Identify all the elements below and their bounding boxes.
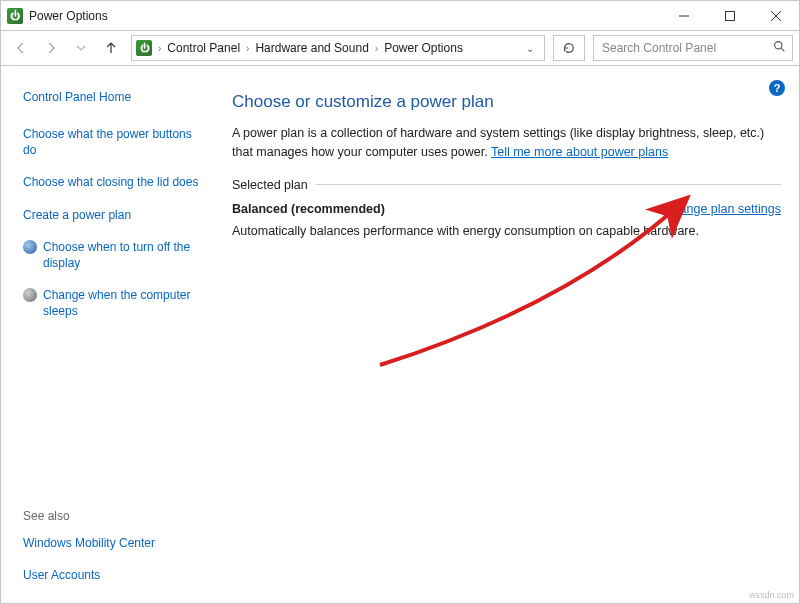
power-icon: ⏻ bbox=[7, 8, 23, 24]
svg-line-5 bbox=[781, 48, 784, 51]
address-dropdown-icon[interactable]: ⌄ bbox=[520, 43, 540, 54]
window-title: Power Options bbox=[29, 9, 108, 23]
selected-plan-text: Selected plan bbox=[232, 178, 308, 192]
chevron-icon[interactable]: › bbox=[156, 43, 163, 54]
tell-me-more-link[interactable]: Tell me more about power plans bbox=[491, 145, 668, 159]
chevron-icon[interactable]: › bbox=[373, 43, 380, 54]
content-area: ? Control Panel Home Choose what the pow… bbox=[0, 66, 800, 604]
selected-plan-label: Selected plan bbox=[232, 178, 781, 192]
plan-row: Balanced (recommended) Change plan setti… bbox=[232, 202, 781, 216]
plan-description: Automatically balances performance with … bbox=[232, 222, 781, 241]
sidebar-power-buttons[interactable]: Choose what the power buttons do bbox=[23, 126, 202, 158]
history-dropdown[interactable] bbox=[67, 34, 95, 62]
sidebar-create-plan[interactable]: Create a power plan bbox=[23, 207, 202, 223]
address-bar[interactable]: ⏻ › Control Panel › Hardware and Sound ›… bbox=[131, 35, 545, 61]
sidebar: Control Panel Home Choose what the power… bbox=[1, 66, 216, 603]
display-icon bbox=[23, 240, 37, 254]
watermark: wsxdn.com bbox=[749, 590, 794, 600]
page-heading: Choose or customize a power plan bbox=[232, 92, 781, 112]
sidebar-computer-sleeps-row[interactable]: Change when the computer sleeps bbox=[23, 287, 202, 319]
window-controls bbox=[661, 1, 799, 31]
breadcrumb-leaf[interactable]: Power Options bbox=[384, 41, 463, 55]
maximize-button[interactable] bbox=[707, 1, 753, 31]
see-also-mobility[interactable]: Windows Mobility Center bbox=[23, 535, 202, 551]
change-plan-settings-link[interactable]: Change plan settings bbox=[664, 202, 781, 216]
forward-button[interactable] bbox=[37, 34, 65, 62]
control-panel-home-link[interactable]: Control Panel Home bbox=[23, 90, 202, 104]
sidebar-computer-sleeps: Change when the computer sleeps bbox=[43, 287, 202, 319]
search-placeholder: Search Control Panel bbox=[602, 41, 716, 55]
see-also-heading: See also bbox=[23, 509, 202, 523]
refresh-icon bbox=[562, 41, 576, 55]
search-input[interactable]: Search Control Panel bbox=[593, 35, 793, 61]
power-icon: ⏻ bbox=[136, 40, 152, 56]
titlebar: ⏻ Power Options bbox=[0, 0, 800, 30]
svg-point-4 bbox=[775, 42, 782, 49]
breadcrumb-root[interactable]: Control Panel bbox=[167, 41, 240, 55]
up-button[interactable] bbox=[97, 34, 125, 62]
breadcrumb-mid[interactable]: Hardware and Sound bbox=[255, 41, 368, 55]
main-panel: Choose or customize a power plan A power… bbox=[216, 66, 799, 603]
navbar: ⏻ › Control Panel › Hardware and Sound ›… bbox=[0, 30, 800, 66]
divider bbox=[316, 184, 781, 185]
search-icon[interactable] bbox=[773, 40, 786, 56]
close-button[interactable] bbox=[753, 1, 799, 31]
back-button[interactable] bbox=[7, 34, 35, 62]
refresh-button[interactable] bbox=[553, 35, 585, 61]
sidebar-turn-off-display: Choose when to turn off the display bbox=[43, 239, 202, 271]
sidebar-closing-lid[interactable]: Choose what closing the lid does bbox=[23, 174, 202, 190]
minimize-button[interactable] bbox=[661, 1, 707, 31]
sleep-icon bbox=[23, 288, 37, 302]
sidebar-turn-off-display-row[interactable]: Choose when to turn off the display bbox=[23, 239, 202, 271]
svg-rect-1 bbox=[726, 12, 735, 21]
plan-name: Balanced (recommended) bbox=[232, 202, 385, 216]
chevron-icon[interactable]: › bbox=[244, 43, 251, 54]
see-also-accounts[interactable]: User Accounts bbox=[23, 567, 202, 583]
page-description: A power plan is a collection of hardware… bbox=[232, 124, 781, 162]
